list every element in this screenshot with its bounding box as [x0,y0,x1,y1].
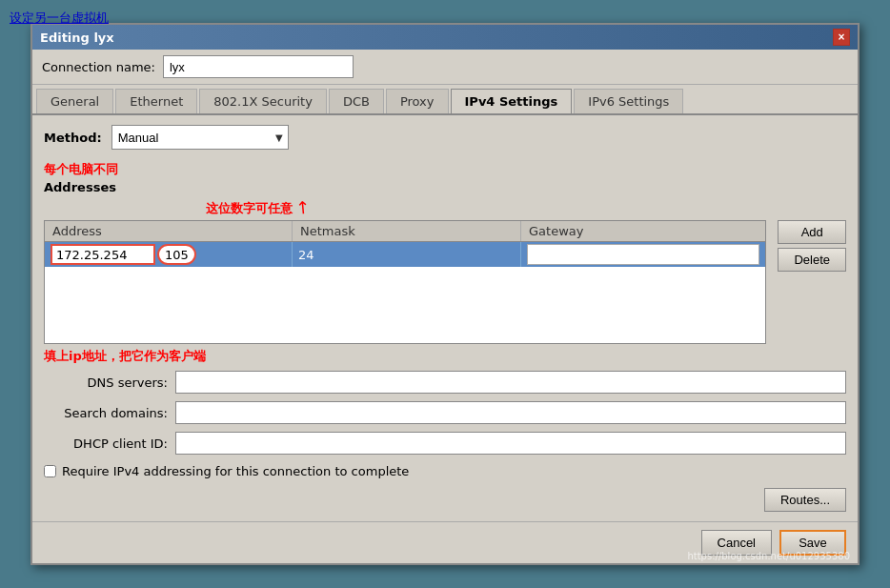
netmask-value: 24 [298,248,314,262]
method-select-wrapper: Manual Automatic (DHCP) Link-Local Only … [111,125,289,150]
add-delete-col: Add Delete [772,220,846,272]
require-ipv4-checkbox[interactable] [44,465,56,477]
dns-servers-label: DNS servers: [44,375,168,390]
search-domains-row: Search domains: [44,401,846,424]
dns-servers-row: DNS servers: [44,371,846,394]
annotation-each-computer: 每个电脑不同 [44,162,118,176]
delete-button[interactable]: Delete [778,248,846,272]
netmask-col-header: Netmask [293,221,521,241]
search-domains-input[interactable] [175,401,846,424]
gateway-cell [521,242,765,267]
top-annotation-link[interactable]: 设定另一台虚拟机 [10,10,109,25]
address-suffix-text: 105 [165,248,189,262]
tab-general[interactable]: General [36,89,113,113]
tab-content-ipv4: Method: Manual Automatic (DHCP) Link-Loc… [32,115,858,521]
addresses-table-wrapper: Address Netmask Gateway 172.25.254 [44,220,766,344]
dhcp-client-id-input[interactable] [175,432,846,455]
routes-button[interactable]: Routes... [764,488,846,512]
dhcp-client-id-label: DHCP client ID: [44,436,168,451]
addresses-header: Address Netmask Gateway [45,221,765,242]
addresses-table: Address Netmask Gateway 172.25.254 [44,220,766,344]
annotation-fill-ip: 填上ip地址，把它作为客户端 [44,348,846,365]
ip-cell-wrapper: 172.25.254 105 [51,244,196,265]
address-cell: 172.25.254 105 [45,242,293,267]
addresses-section: Address Netmask Gateway 172.25.254 [44,220,846,344]
netmask-cell[interactable]: 24 [293,242,521,267]
connection-name-row: Connection name: [32,50,858,85]
address-suffix-part[interactable]: 105 [157,244,196,265]
connection-name-label: Connection name: [42,60,155,74]
tab-8021x-security[interactable]: 802.1X Security [199,89,327,113]
connection-name-input[interactable] [163,55,354,78]
tab-ethernet[interactable]: Ethernet [115,89,197,113]
watermark: https://blog.csdn.net/u012935380 [687,551,850,561]
tab-dcb[interactable]: DCB [329,89,384,113]
method-row: Method: Manual Automatic (DHCP) Link-Loc… [44,125,846,150]
title-bar: Editing lyx × [32,25,858,50]
close-button[interactable]: × [833,29,850,46]
annotation-number-arbitrary: 这位数字可任意 [206,200,293,217]
addresses-empty-area [45,267,765,343]
address-ip-part[interactable]: 172.25.254 [51,244,155,265]
method-select[interactable]: Manual Automatic (DHCP) Link-Local Only … [111,125,289,150]
gateway-col-header: Gateway [521,221,765,241]
address-col-header: Address [45,221,293,241]
table-row: 172.25.254 105 24 [45,242,765,267]
gateway-input[interactable] [527,244,759,265]
require-ipv4-row: Require IPv4 addressing for this connect… [44,464,846,478]
tab-proxy[interactable]: Proxy [386,89,449,113]
tab-ipv6-settings[interactable]: IPv6 Settings [574,89,683,113]
dialog-window: Editing lyx × Connection name: General E… [30,23,860,565]
addresses-label: Addresses [44,180,846,194]
add-button[interactable]: Add [778,220,846,244]
require-ipv4-label: Require IPv4 addressing for this connect… [62,464,409,478]
method-label: Method: [44,131,102,145]
tabs-bar: General Ethernet 802.1X Security DCB Pro… [32,85,858,115]
search-domains-label: Search domains: [44,406,168,420]
address-ip-text: 172.25.254 [56,248,127,262]
dhcp-client-id-row: DHCP client ID: [44,432,846,455]
dns-servers-input[interactable] [175,371,846,394]
window-title: Editing lyx [40,30,114,45]
tab-ipv4-settings[interactable]: IPv4 Settings [451,89,573,115]
